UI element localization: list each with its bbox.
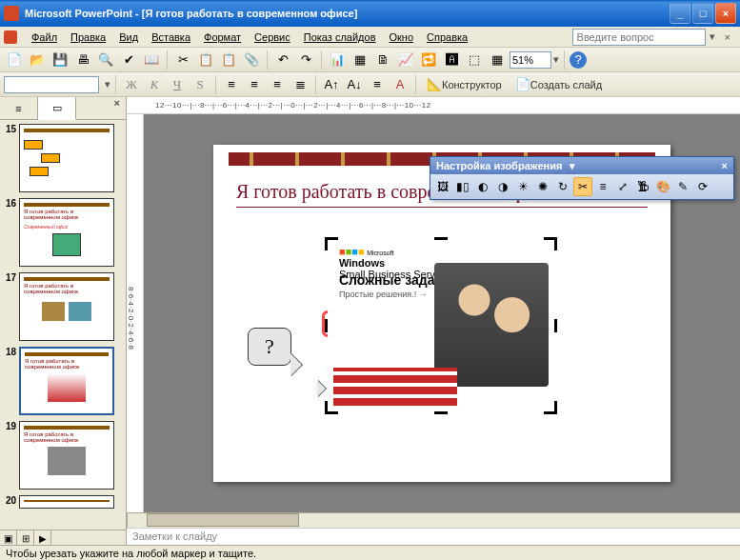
- align-right-icon[interactable]: ≡: [267, 74, 288, 95]
- picture-tool-12[interactable]: ✎: [673, 177, 692, 196]
- picture-tool-7[interactable]: ✂: [573, 177, 592, 196]
- slides-tab[interactable]: ▭: [38, 97, 76, 120]
- powerpoint-icon: [4, 6, 19, 21]
- show-format-icon[interactable]: 🅰: [441, 50, 462, 70]
- grid-icon[interactable]: ⬚: [464, 50, 485, 70]
- preview-icon[interactable]: 🔍: [95, 50, 116, 70]
- underline-icon[interactable]: Ч: [167, 74, 188, 95]
- maximize-button[interactable]: □: [692, 3, 713, 24]
- ruler-vertical: 8·6·4·2·0·2·4·6·8: [127, 114, 144, 512]
- menu-help[interactable]: Справка: [420, 30, 474, 45]
- open-icon[interactable]: 📂: [27, 50, 48, 70]
- new-icon[interactable]: 📄: [4, 50, 25, 70]
- save-icon[interactable]: 💾: [50, 50, 70, 70]
- paste-icon[interactable]: 📋: [218, 50, 239, 70]
- font-select[interactable]: [4, 76, 99, 93]
- align-justify-icon[interactable]: ≣: [290, 74, 310, 95]
- hyperlink-icon[interactable]: 📈: [395, 50, 416, 70]
- picture-tool-13[interactable]: ⟳: [693, 177, 712, 196]
- picture-toolbar-close-icon[interactable]: ×: [722, 160, 728, 171]
- cut-icon[interactable]: ✂: [172, 50, 193, 70]
- menu-insert[interactable]: Вставка: [145, 30, 197, 45]
- design-button[interactable]: 📐 Конструктор: [421, 74, 508, 95]
- picture-toolbar[interactable]: Настройка изображения ▾ × 🖼▮▯◐◑☀✺↻✂≡⤢🗜🎨✎…: [430, 156, 734, 200]
- expand-icon[interactable]: 🔁: [418, 50, 439, 70]
- thumb-17[interactable]: Я готов работать в современном офисе: [19, 272, 114, 341]
- picture-tool-2[interactable]: ◐: [473, 177, 492, 196]
- panel-close-icon[interactable]: ×: [109, 97, 126, 119]
- font-color-icon[interactable]: A: [390, 74, 410, 95]
- thumb-20[interactable]: [19, 495, 114, 509]
- slideshow-view-icon[interactable]: ▶: [34, 530, 51, 546]
- chart-icon[interactable]: 📊: [327, 50, 348, 70]
- minimize-button[interactable]: _: [670, 3, 690, 24]
- decrease-font-icon[interactable]: A↓: [344, 74, 365, 95]
- thumb-15[interactable]: [19, 124, 114, 192]
- picture-tool-8[interactable]: ≡: [593, 177, 612, 196]
- thumb-16[interactable]: Я готов работать в современном офисеСовр…: [19, 198, 114, 267]
- print-icon[interactable]: 🖶: [72, 50, 93, 70]
- picture-tool-11[interactable]: 🎨: [653, 177, 672, 196]
- thumb-num: 19: [2, 421, 19, 490]
- redo-icon[interactable]: ↷: [295, 50, 316, 70]
- ruler-horizontal: 12···10···|···8···|···6···|···4···|···2·…: [127, 97, 740, 114]
- picture-toolbar-options-icon[interactable]: ▾: [570, 160, 575, 172]
- numbering-icon[interactable]: ≡: [367, 74, 388, 95]
- thumb-num: 18: [2, 347, 19, 415]
- close-button[interactable]: ×: [715, 3, 736, 24]
- copy-icon[interactable]: 📋: [195, 50, 216, 70]
- help-icon[interactable]: ?: [570, 51, 587, 69]
- help-search-input[interactable]: Введите вопрос: [572, 29, 706, 46]
- menu-edit[interactable]: Правка: [64, 30, 112, 45]
- statusbar: Чтобы урезать укажите на любой маркер и …: [0, 545, 740, 560]
- picture-tool-10[interactable]: 🗜: [633, 177, 652, 196]
- bold-icon[interactable]: Ж: [121, 74, 142, 95]
- table-icon[interactable]: ▦: [350, 50, 370, 70]
- italic-icon[interactable]: К: [144, 74, 165, 95]
- picture-tool-1[interactable]: ▮▯: [453, 177, 472, 196]
- picture-tool-3[interactable]: ◑: [493, 177, 512, 196]
- menu-file[interactable]: Файл: [25, 30, 64, 45]
- normal-view-icon[interactable]: ▣: [0, 530, 17, 546]
- undo-icon[interactable]: ↶: [272, 50, 293, 70]
- shadow-icon[interactable]: S: [190, 74, 210, 95]
- new-slide-button[interactable]: 📄 Создать слайд: [510, 74, 608, 95]
- notes-pane[interactable]: Заметки к слайду: [127, 528, 740, 545]
- picture-toolbar-header[interactable]: Настройка изображения ▾ ×: [430, 157, 733, 174]
- align-center-icon[interactable]: ≡: [244, 74, 265, 95]
- spell-icon[interactable]: ✔: [118, 50, 139, 70]
- sorter-view-icon[interactable]: ⊞: [17, 530, 34, 546]
- doc-icon: [4, 30, 17, 44]
- tables-icon[interactable]: 🗎: [372, 50, 393, 70]
- picture-tool-0[interactable]: 🖼: [433, 177, 452, 196]
- picture-content: ■■■■ Microsoft Windows Small Business Se…: [328, 240, 554, 411]
- crop-handle-rc[interactable]: [554, 319, 557, 332]
- research-icon[interactable]: 📖: [141, 50, 162, 70]
- menu-window[interactable]: Окно: [383, 30, 421, 45]
- picture-tool-9[interactable]: ⤢: [613, 177, 632, 196]
- menu-format[interactable]: Формат: [197, 30, 248, 45]
- thumb-18[interactable]: Я готов работать в современном офисе: [19, 347, 114, 415]
- format-painter-icon[interactable]: 📎: [241, 50, 262, 70]
- picture-tool-4[interactable]: ☀: [513, 177, 532, 196]
- menu-view[interactable]: Вид: [112, 30, 145, 45]
- menu-tools[interactable]: Сервис: [248, 30, 297, 45]
- menu-slideshow[interactable]: Показ слайдов: [297, 30, 383, 45]
- thumb-19[interactable]: Я готов работать в современном офисе: [19, 421, 114, 490]
- callout-shape[interactable]: ?: [248, 328, 291, 366]
- scroll-horizontal[interactable]: [127, 513, 740, 528]
- align-left-icon[interactable]: ≡: [221, 74, 242, 95]
- titlebar: Microsoft PowerPoint - [Я готов работать…: [0, 0, 740, 27]
- mdi-close[interactable]: ×: [719, 31, 736, 43]
- slide-picture[interactable]: ■■■■ Microsoft Windows Small Business Se…: [328, 240, 554, 411]
- menubar: Файл Правка Вид Вставка Формат Сервис По…: [0, 27, 740, 48]
- increase-font-icon[interactable]: A↑: [321, 74, 342, 95]
- image-subtext: Простые решения.! →: [339, 290, 428, 299]
- outline-tab[interactable]: ≡: [0, 97, 38, 119]
- color-icon[interactable]: ▦: [487, 50, 508, 70]
- zoom-input[interactable]: 51%: [510, 51, 551, 69]
- picture-tool-6[interactable]: ↻: [553, 177, 572, 196]
- crop-handle-bc[interactable]: [434, 411, 448, 414]
- picture-tool-5[interactable]: ✺: [533, 177, 552, 196]
- thumb-num: 16: [2, 198, 19, 267]
